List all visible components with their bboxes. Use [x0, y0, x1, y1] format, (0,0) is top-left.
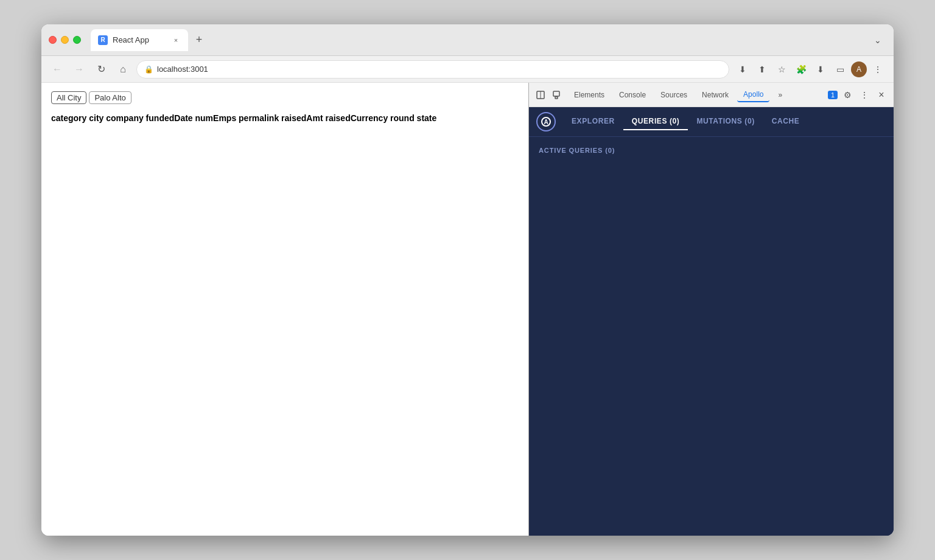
apollo-panel: A EXPLORER QUERIES (0) MUTATIONS (0) CAC… — [529, 107, 894, 536]
tab-bar: R React App × + ⌄ — [91, 29, 886, 51]
tab-sources[interactable]: Sources — [654, 88, 693, 102]
devtools-more-options-button[interactable]: ⋮ — [857, 88, 872, 102]
back-button[interactable]: ← — [49, 61, 66, 78]
url-text: localhost:3001 — [157, 65, 208, 74]
menu-button[interactable]: ⋮ — [869, 61, 886, 78]
devtools-panel: Elements Console Sources Network Apollo … — [528, 83, 894, 536]
active-queries-label: ACTIVE QUERIES (0) — [539, 147, 884, 154]
forward-button[interactable]: → — [71, 61, 88, 78]
reload-button[interactable]: ↻ — [93, 61, 110, 78]
tab-more[interactable]: » — [772, 88, 788, 102]
notification-badge: 1 — [828, 91, 838, 99]
devtools-topbar-icons: 1 ⚙ ⋮ × — [828, 88, 889, 102]
app-viewport: All City Palo Alto category city company… — [41, 83, 528, 536]
apollo-tab-queries[interactable]: QUERIES (0) — [623, 113, 688, 130]
minimize-window-button[interactable] — [61, 36, 69, 44]
tab-title: React App — [113, 35, 166, 44]
devtools-close-button[interactable]: × — [874, 88, 889, 102]
apollo-tab-cache[interactable]: CACHE — [763, 113, 808, 130]
address-bar[interactable]: 🔒 localhost:3001 — [136, 60, 729, 79]
maximize-window-button[interactable] — [73, 36, 81, 44]
extensions-button[interactable]: 🧩 — [793, 61, 810, 78]
tab-favicon: R — [98, 35, 108, 45]
inspect-icons — [534, 88, 563, 102]
bookmark-button[interactable]: ☆ — [773, 61, 790, 78]
tab-network[interactable]: Network — [696, 88, 735, 102]
devtools-settings-button[interactable]: ⚙ — [840, 88, 855, 102]
all-city-filter-button[interactable]: All City — [51, 91, 86, 104]
palo-alto-filter-button[interactable]: Palo Alto — [89, 91, 131, 104]
apollo-tab-mutations[interactable]: MUTATIONS (0) — [688, 113, 763, 130]
extensions-download-button[interactable]: ⬇ — [734, 61, 751, 78]
cast-button[interactable]: ▭ — [832, 61, 849, 78]
browser-window: R React App × + ⌄ ← → ↻ ⌂ 🔒 localhost:30… — [41, 24, 894, 536]
browser-tab[interactable]: R React App × — [91, 29, 188, 51]
main-content: All City Palo Alto category city company… — [41, 83, 894, 536]
element-picker-icon[interactable] — [534, 88, 547, 102]
dropdown-button[interactable]: ⌄ — [869, 32, 886, 49]
svg-rect-3 — [555, 97, 558, 99]
device-toolbar-icon[interactable] — [550, 88, 563, 102]
tab-console[interactable]: Console — [613, 88, 652, 102]
tab-close-button[interactable]: × — [171, 35, 181, 45]
nav-right-buttons: ⬇ ⬆ ☆ 🧩 ⬇ ▭ A ⋮ — [734, 61, 886, 78]
apollo-tab-explorer[interactable]: EXPLORER — [563, 113, 623, 130]
download-button[interactable]: ⬇ — [812, 61, 829, 78]
tab-elements[interactable]: Elements — [568, 88, 611, 102]
data-fields-text: category city company fundedDate numEmps… — [51, 111, 519, 125]
apollo-header: A EXPLORER QUERIES (0) MUTATIONS (0) CAC… — [529, 107, 894, 137]
tab-apollo[interactable]: Apollo — [737, 88, 769, 102]
nav-bar: ← → ↻ ⌂ 🔒 localhost:3001 ⬇ ⬆ ☆ 🧩 ⬇ ▭ A ⋮ — [41, 56, 894, 83]
apollo-nav-tabs: EXPLORER QUERIES (0) MUTATIONS (0) CACHE — [563, 113, 886, 130]
title-bar: R React App × + ⌄ — [41, 24, 894, 56]
devtools-topbar: Elements Console Sources Network Apollo … — [529, 83, 894, 107]
home-button[interactable]: ⌂ — [114, 61, 131, 78]
lock-icon: 🔒 — [144, 65, 153, 74]
close-window-button[interactable] — [49, 36, 57, 44]
share-button[interactable]: ⬆ — [754, 61, 771, 78]
new-tab-button[interactable]: + — [191, 32, 208, 49]
traffic-lights — [49, 36, 81, 44]
apollo-logo: A — [536, 112, 556, 131]
svg-text:A: A — [544, 119, 548, 125]
apollo-body: ACTIVE QUERIES (0) — [529, 137, 894, 536]
profile-avatar[interactable]: A — [851, 61, 867, 77]
filter-buttons: All City Palo Alto — [51, 91, 519, 104]
svg-rect-2 — [553, 91, 559, 96]
